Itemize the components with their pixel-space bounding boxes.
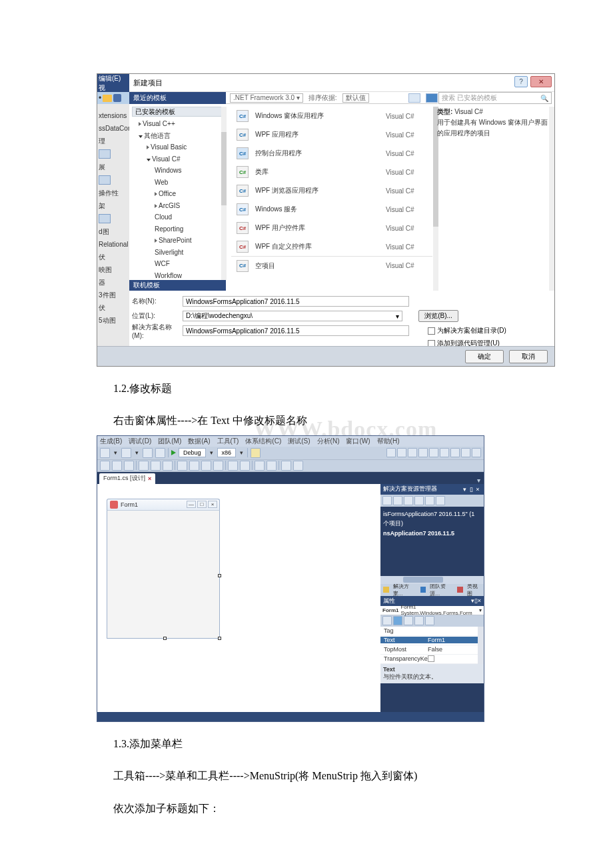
tool-icon[interactable] [404,496,413,505]
menu-item[interactable]: 分析(N) [317,437,340,446]
tree-node-vcpp[interactable]: Visual C++ [135,118,221,130]
tool-icon[interactable] [112,461,122,471]
template-item[interactable]: C#空项目Visual C# [231,256,432,275]
solution-tree[interactable]: isFormsApplication7 2016.11.5" (1 个项目) n… [380,507,484,576]
tool-icon[interactable] [418,448,428,457]
online-templates-header[interactable]: 联机模板 [129,280,226,291]
solution-explorer-header[interactable]: 解决方案资源管理器 ▾▯× [380,484,484,495]
properties-scrollbar[interactable] [478,627,484,664]
resize-handle[interactable] [163,637,167,640]
menu-item[interactable]: 生成(B) [100,437,122,446]
name-input[interactable]: WindowsFormsApplication7 2016.11.5 [183,296,409,307]
tree-node-silverlight[interactable]: Silverlight [135,247,221,259]
document-tab[interactable]: Form1.cs [设计] × [99,473,155,484]
tool-icon[interactable] [382,496,392,505]
tree-node-arcgis[interactable]: ArcGIS [135,200,221,212]
tool-icon[interactable] [436,496,445,505]
close-icon[interactable]: × [478,597,481,604]
tool-icon[interactable] [461,448,470,457]
template-item[interactable]: C#控制台应用程序Visual C# [231,144,432,163]
tool-icon[interactable] [100,461,110,471]
property-row[interactable]: Tag [380,627,484,636]
config-combo[interactable]: Debug [179,448,206,457]
tree-node[interactable]: isFormsApplication7 2016.11.5" (1 个项目) [383,509,481,529]
template-item[interactable]: C#WPF 用户控件库Visual C# [231,219,432,237]
tree-node-other[interactable]: 其他语言 [135,130,221,142]
resize-handle[interactable] [218,637,221,640]
sort-combo[interactable]: 默认值 [342,93,369,103]
property-row[interactable]: TransparencyKe [380,655,484,664]
solution-name-input[interactable]: WindowsFormsApplication7 2016.11.5 [183,325,409,336]
info-scrollbar[interactable] [549,107,554,291]
template-item[interactable]: C#Windows 服务Visual C# [231,200,432,219]
menu-item[interactable]: 测试(S) [288,437,310,446]
tool-icon[interactable] [255,461,265,471]
tree-scrollbar[interactable] [221,107,227,280]
redo-icon[interactable] [121,448,131,458]
template-item[interactable]: C#WPF 应用程序Visual C# [231,125,432,144]
template-item[interactable]: C#Windows 窗体应用程序Visual C# [231,107,432,125]
tool-icon[interactable] [177,461,187,471]
tool-icon[interactable] [281,461,291,471]
menu-item[interactable]: 窗口(W) [346,437,370,446]
tree-node-vb[interactable]: Visual Basic [135,141,221,153]
tree-node-wcf[interactable]: WCF [135,258,221,270]
pane-tab[interactable]: 解决方案... [380,583,418,597]
platform-combo[interactable]: x86 [217,448,237,457]
menu-item[interactable]: 数据(A) [188,437,210,446]
close-icon[interactable]: × [148,475,151,482]
pin-icon[interactable]: ▯ [468,486,474,493]
menu-item[interactable]: 帮助(H) [377,437,400,446]
browse-button[interactable]: 浏览(B)... [418,310,458,322]
ok-button[interactable]: 确定 [465,350,504,363]
nav-fwd-icon[interactable] [155,448,165,458]
framework-combo[interactable]: .NET Framework 3.0 ▾ [230,93,303,103]
menu-item[interactable]: 团队(M) [158,437,181,446]
form-designer[interactable]: Form1 — □ × [107,499,220,639]
tool-icon[interactable] [393,496,402,505]
undo-icon[interactable] [100,448,110,458]
tool-icon[interactable] [429,448,438,457]
dropdown-icon[interactable]: ▾ [461,486,468,493]
template-item[interactable]: C#类库Visual C# [231,163,432,181]
tool-icon[interactable] [151,461,161,471]
tool-icon[interactable] [240,461,250,471]
location-combo[interactable]: D:\编程\wodechengxu\▾ [183,311,402,321]
tool-icon[interactable] [414,496,424,505]
property-row[interactable]: TopMostFalse [380,645,484,655]
tree-node[interactable]: nsApplication7 2016.11.5 [383,529,481,538]
property-value[interactable]: Form1 [426,637,484,643]
tool-icon[interactable] [397,448,406,457]
close-icon[interactable]: ✕ [530,76,552,87]
chevron-down-icon[interactable]: ▾ [477,477,484,484]
tool-icon[interactable] [408,448,417,457]
view-list-icon[interactable] [408,93,420,103]
find-icon[interactable] [251,448,261,458]
categorized-icon[interactable] [382,616,392,625]
view-grid-icon[interactable] [426,93,438,103]
search-input[interactable]: 搜索 已安装的模板 🔍 [438,92,552,104]
tool-icon[interactable] [425,496,434,505]
properties-object-combo[interactable]: Form1 Form1 System.Windows.Forms.Form ▾ [380,606,484,615]
tree-node-vcs[interactable]: Visual C# [135,153,221,165]
tree-node-windows[interactable]: Windows [135,165,221,177]
scroll-thumb[interactable] [403,577,443,583]
tool-icon[interactable] [189,461,199,471]
create-dir-checkbox[interactable] [428,327,435,335]
form-client-area[interactable] [107,511,220,639]
menu-item[interactable]: 调试(D) [129,437,151,446]
events-icon[interactable] [414,616,424,625]
tool-icon[interactable] [139,461,149,471]
tree-node-web[interactable]: Web [135,177,221,189]
tool-icon[interactable] [267,461,277,471]
horizontal-scrollbar[interactable] [380,576,484,584]
tool-icon[interactable] [450,448,460,457]
property-value[interactable] [426,655,484,662]
menu-item[interactable]: 体系结构(C) [245,437,281,446]
tool-icon[interactable] [386,448,396,457]
help-icon[interactable]: ? [514,76,528,87]
pages-icon[interactable] [425,616,434,625]
alphabetical-icon[interactable] [393,616,402,625]
tool-icon[interactable] [124,461,134,471]
tree-node-cloud[interactable]: Cloud [135,211,221,223]
